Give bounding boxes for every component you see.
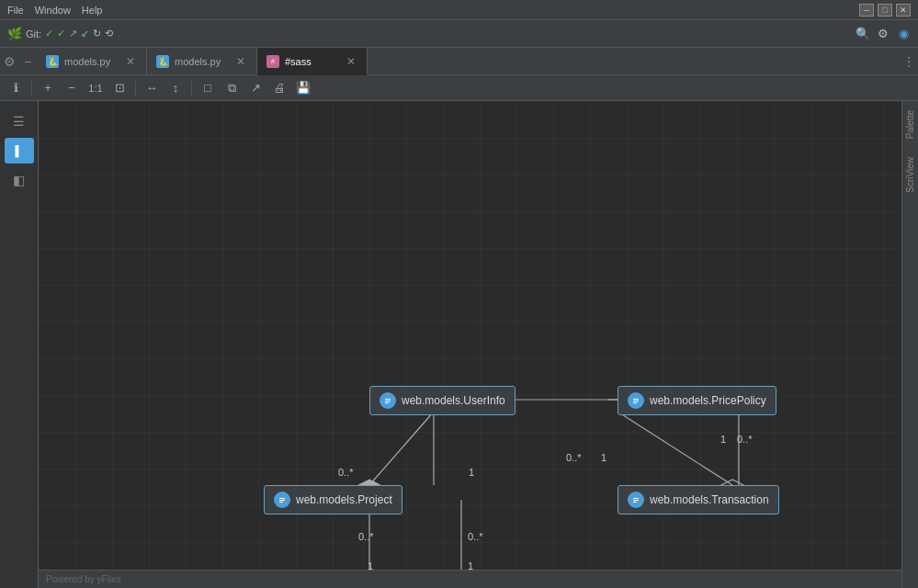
mult-label-6: 0..* — [737, 434, 753, 445]
svg-rect-27 — [633, 502, 637, 503]
diagram-toolbar-sep-2 — [135, 81, 136, 96]
git-icon: 🌿 — [7, 27, 22, 41]
tab-close-3[interactable]: ✕ — [345, 55, 357, 68]
node-transaction[interactable]: web.models.Transaction — [618, 485, 779, 514]
title-bar: File Window Help ─ □ ✕ — [0, 0, 918, 20]
tab-models-py-2[interactable]: 🐍 models.py ✕ — [147, 48, 257, 74]
diagram-toolbar: ℹ + − 1:1 ⊡ ↔ ↕ □ ⧉ ↗ 🖨 💾 — [0, 75, 918, 101]
diagram-expand-btn[interactable]: □ — [198, 79, 218, 97]
bottom-status-bar: Powered by yFiles — [39, 570, 901, 588]
git-check2-icon[interactable]: ✓ — [57, 28, 65, 40]
transaction-icon — [628, 492, 644, 508]
mult-label-4: 1 — [601, 452, 606, 463]
diagram-info-btn[interactable]: ℹ — [6, 79, 26, 97]
close-button[interactable]: ✕ — [896, 4, 911, 17]
powered-by-label: Powered by yFiles — [46, 574, 121, 584]
diagram-toolbar-sep-1 — [31, 81, 32, 96]
git-section: 🌿 Git: ✓ ✓ ↗ ↙ ↻ ⟲ — [7, 27, 113, 41]
tab-label-1: models.py — [64, 56, 110, 67]
git-push-icon[interactable]: ↗ — [69, 28, 77, 40]
tab-sass[interactable]: # #sass ✕ — [257, 48, 368, 75]
menu-window[interactable]: Window — [35, 5, 71, 16]
svg-rect-17 — [633, 399, 639, 400]
scriview-label[interactable]: ScriView — [905, 157, 915, 193]
right-panel: Palette ScriView — [901, 101, 918, 588]
diagram-layout-btn-1[interactable]: ↔ — [142, 79, 162, 97]
left-btn-1[interactable]: ☰ — [5, 108, 34, 134]
profile-toolbar-btn[interactable]: ◉ — [896, 27, 911, 41]
tab-bar-more-btn[interactable]: ⋮ — [900, 48, 918, 74]
window-controls: ─ □ ✕ — [859, 4, 911, 17]
mult-label-2: 1 — [469, 467, 474, 478]
profile-icon: ◉ — [896, 27, 911, 41]
settings-icon: ⚙ — [876, 27, 890, 41]
menu-bar: File Window Help — [7, 5, 102, 16]
project-icon — [274, 492, 290, 508]
palette-label[interactable]: Palette — [905, 110, 915, 139]
main-area: ☰ ▌ ◧ — [0, 101, 918, 588]
diagram-toolbar-sep-3 — [191, 81, 192, 96]
svg-rect-22 — [279, 500, 285, 501]
diagram-save-btn[interactable]: 💾 — [293, 79, 313, 97]
diagram-copy-btn[interactable]: ⧉ — [221, 79, 242, 97]
mult-label-8: 0..* — [468, 531, 483, 542]
mult-label-1: 0..* — [338, 467, 354, 478]
diagram-layout-btn-2[interactable]: ↕ — [165, 79, 186, 97]
svg-line-2 — [618, 412, 732, 485]
tab-bar: ⚙ − 🐍 models.py ✕ 🐍 models.py ✕ # #sass … — [0, 48, 918, 75]
diagram-zoom-out-btn[interactable]: − — [62, 79, 82, 97]
main-toolbar: 🌿 Git: ✓ ✓ ↗ ↙ ↻ ⟲ 🔍 ⚙ ◉ — [0, 20, 918, 48]
search-toolbar-btn[interactable]: 🔍 — [856, 27, 870, 41]
svg-rect-23 — [279, 502, 283, 503]
diagram-canvas[interactable]: web.models.UserInfo web.models.PricePoli… — [39, 101, 901, 588]
project-label: web.models.Project — [296, 493, 392, 506]
tab-label-2: models.py — [175, 56, 221, 67]
left-sidebar: ☰ ▌ ◧ — [0, 101, 39, 588]
menu-help[interactable]: Help — [82, 5, 103, 16]
git-undo-icon[interactable]: ⟲ — [105, 28, 113, 40]
svg-line-0 — [369, 412, 434, 485]
diagram-zoom-reset-btn[interactable]: 1:1 — [85, 79, 106, 97]
mult-label-3: 0..* — [566, 452, 582, 463]
diagram-fit-btn[interactable]: ⊡ — [109, 79, 130, 97]
diagram-connections — [39, 101, 901, 588]
diagram-zoom-in-btn[interactable]: + — [38, 79, 58, 97]
diagram-export-btn[interactable]: ↗ — [245, 79, 266, 97]
svg-rect-13 — [385, 399, 391, 400]
git-refresh-icon[interactable]: ↻ — [93, 28, 101, 40]
mult-label-7: 0..* — [358, 531, 374, 542]
settings-toolbar-btn[interactable]: ⚙ — [876, 27, 890, 41]
tab-bar-settings-btn[interactable]: ⚙ — [0, 48, 18, 74]
transaction-label: web.models.Transaction — [650, 493, 769, 506]
svg-rect-14 — [385, 401, 391, 401]
svg-rect-15 — [385, 402, 389, 403]
menu-file[interactable]: File — [7, 5, 24, 16]
tab-close-2[interactable]: ✕ — [234, 55, 247, 68]
svg-rect-18 — [633, 401, 639, 401]
python-file-icon: 🐍 — [46, 55, 59, 68]
tab-bar-collapse-btn[interactable]: − — [18, 48, 37, 74]
node-userinfo[interactable]: web.models.UserInfo — [369, 386, 516, 415]
left-btn-active[interactable]: ▌ — [5, 138, 34, 164]
python-file-icon-2: 🐍 — [156, 55, 169, 68]
git-label: Git: — [26, 28, 41, 40]
svg-rect-25 — [633, 498, 639, 499]
minimize-button[interactable]: ─ — [859, 4, 874, 17]
userinfo-label: web.models.UserInfo — [402, 394, 505, 407]
node-project[interactable]: web.models.Project — [264, 485, 402, 514]
mult-label-5: 1 — [720, 434, 726, 445]
pricepolicy-label: web.models.PricePolicy — [650, 394, 766, 407]
left-btn-3[interactable]: ◧ — [5, 167, 34, 193]
search-icon: 🔍 — [856, 27, 870, 41]
sass-file-icon: # — [266, 55, 279, 68]
diagram-print-btn[interactable]: 🖨 — [269, 79, 289, 97]
git-check-icon[interactable]: ✓ — [45, 28, 53, 40]
git-pull-icon[interactable]: ↙ — [81, 28, 89, 40]
tab-close-1[interactable]: ✕ — [124, 55, 137, 68]
tab-label-3: #sass — [285, 56, 312, 67]
tab-models-py-1[interactable]: 🐍 models.py ✕ — [37, 48, 147, 74]
node-pricepolicy[interactable]: web.models.PricePolicy — [618, 386, 776, 415]
pricepolicy-icon — [628, 392, 644, 409]
userinfo-icon — [380, 392, 396, 409]
maximize-button[interactable]: □ — [878, 4, 892, 17]
